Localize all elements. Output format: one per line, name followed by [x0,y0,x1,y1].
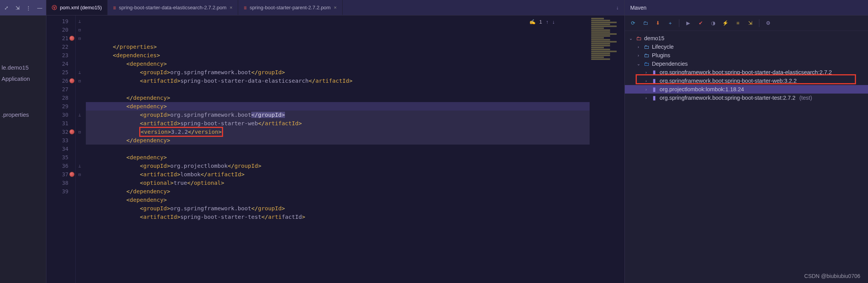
project-tool-window: ⤢ ⇲ ⋮ — le.demo15 Application .propertie… [0,0,46,283]
gutter: 1920212223242526272829303132333435363738… [46,15,76,283]
download-arrow-icon[interactable]: ↓ [610,0,624,15]
library-icon: ▮ [651,95,657,101]
hide-icon[interactable]: — [36,4,43,11]
pom-file-icon: ≣ [113,5,116,10]
dependency-scope: (test) [799,95,812,101]
chevron-right-icon[interactable] [643,95,649,100]
collapse-all-icon[interactable]: ⇲ [747,20,754,27]
maven-dependency-node[interactable]: ▮org.springframework.boot:spring-boot-st… [625,94,868,102]
maven-toolbar: ⟳ 🗀 ⬇ ＋ ▶ ✔ ◑ ⚡ ⌗ ⇲ ⚙ [625,15,868,31]
maven-plugins-node[interactable]: 🗀 Plugins [625,51,868,60]
maven-dependencies-node[interactable]: 🗀 Dependencies [625,60,868,68]
person-icon: ✍ [529,18,535,26]
tab-label: pom.xml (demo15) [60,5,102,10]
arrow-up-icon[interactable]: ↑ [546,18,549,26]
fold-column[interactable]: ⊥⊟⊟⊥⊟⊥⊟⊥⊟ [76,15,84,283]
separator [759,19,759,27]
minimap[interactable] [590,15,624,283]
maven-dependency-node[interactable]: ▮org.springframework.boot:spring-boot-st… [625,68,868,77]
project-toolbar: ⤢ ⇲ ⋮ — [0,0,46,15]
editor-tab[interactable]: ⓥpom.xml (demo15) [46,0,107,15]
dependency-label: org.springframework.boot:spring-boot-sta… [660,95,795,101]
inspection-count: 1 [539,18,542,26]
refresh-icon[interactable]: ⟳ [629,20,636,27]
maven-lifecycle-node[interactable]: 🗀 Lifecycle [625,43,868,51]
tab-label: spring-boot-starter-data-elasticsearch-2… [119,5,227,10]
editor-pane: ⓥpom.xml (demo15)≣spring-boot-starter-da… [46,0,624,283]
chevron-down-icon[interactable] [628,36,633,41]
run-icon[interactable]: ▶ [685,20,692,27]
maven-tool-window: Maven ⟳ 🗀 ⬇ ＋ ▶ ✔ ◑ ⚡ ⌗ ⇲ ⚙ 🗀 demo15 🗀 L… [624,0,868,283]
collapse-icon[interactable]: ⇲ [14,4,21,11]
dependency-label: org.springframework.boot:spring-boot-sta… [660,78,797,84]
library-icon: ▮ [651,86,657,92]
editor-tabs: ⓥpom.xml (demo15)≣spring-boot-starter-da… [46,0,624,15]
watermark: CSDN @biubiubiu0706 [804,273,860,279]
dependency-label: org.projectlombok:lombok:1.18.24 [660,86,744,92]
close-icon[interactable]: × [334,5,337,10]
folder-icon: 🗀 [643,52,650,58]
maven-dependency-node[interactable]: ▮org.springframework.boot:spring-boot-st… [625,77,868,85]
chevron-down-icon[interactable] [636,61,641,66]
maven-tree[interactable]: 🗀 demo15 🗀 Lifecycle 🗀 Plugins 🗀 Depende… [625,31,868,283]
maven-project-node[interactable]: 🗀 demo15 [625,34,868,43]
library-icon: ▮ [651,78,657,84]
more-icon[interactable]: ⋮ [26,4,32,11]
chevron-right-icon[interactable] [636,44,641,49]
expand-icon[interactable]: ⤢ [3,4,10,11]
editor-tab[interactable]: ≣spring-boot-starter-parent-2.7.2.pom× [238,0,342,15]
editor-tab[interactable]: ≣spring-boot-starter-data-elasticsearch-… [107,0,238,15]
maven-dependencies-label: Dependencies [652,61,688,67]
skip-tests-icon[interactable]: ⚡ [722,20,729,27]
add-project-icon[interactable]: ＋ [667,20,674,27]
library-icon: ▮ [651,69,657,75]
project-item [0,84,46,89]
maven-project-icon: 🗀 [636,35,642,41]
dependency-label: org.springframework.boot:spring-boot-sta… [660,69,832,75]
generate-sources-icon[interactable]: 🗀 [642,20,649,27]
code-area[interactable]: ✍ 1 ↑ ↓ </properties> <dependencies> <de… [84,15,590,283]
maven-lifecycle-label: Lifecycle [652,44,674,50]
chevron-right-icon[interactable] [643,87,649,92]
folder-icon: 🗀 [643,44,650,50]
execute-goal-icon[interactable]: ✔ [697,20,704,27]
project-tree-fragment: le.demo15 Application .properties [0,15,46,120]
maven-plugins-label: Plugins [652,52,670,58]
toggle-offline-icon[interactable]: ◑ [709,20,716,27]
chevron-right-icon[interactable] [643,70,649,75]
separator [679,19,679,27]
inspection-inlay[interactable]: ✍ 1 ↑ ↓ [529,18,555,26]
show-dependencies-icon[interactable]: ⌗ [734,20,741,27]
maven-dependency-node[interactable]: ▮org.projectlombok:lombok:1.18.24 [625,85,868,94]
maven-project-label: demo15 [644,35,664,41]
download-icon[interactable]: ⬇ [654,20,661,27]
project-item[interactable]: Application [0,73,46,84]
chevron-right-icon[interactable] [636,53,641,58]
tab-label: spring-boot-starter-parent-2.7.2.pom [250,5,331,10]
settings-icon[interactable]: ⚙ [765,20,772,27]
editor[interactable]: 1920212223242526272829303132333435363738… [46,15,624,283]
close-icon[interactable]: × [230,5,233,10]
pom-file-icon: ≣ [244,5,246,10]
arrow-down-icon[interactable]: ↓ [553,18,555,26]
maven-title: Maven [625,0,868,15]
maven-file-icon: ⓥ [52,4,57,11]
project-item[interactable]: .properties [0,109,46,120]
folder-icon: 🗀 [643,61,650,67]
project-item[interactable]: le.demo15 [0,62,46,73]
chevron-right-icon[interactable] [643,78,649,83]
